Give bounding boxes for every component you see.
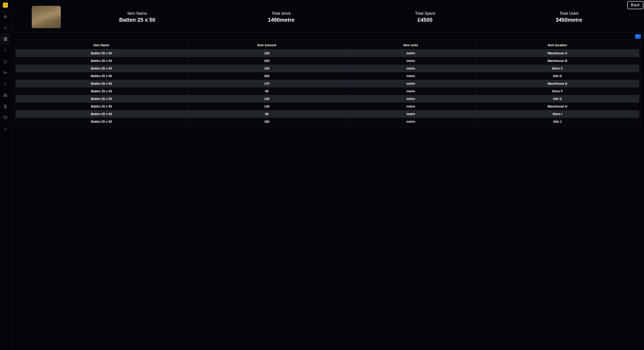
table-cell: Warehouse H [476, 103, 639, 110]
table-cell: Site J [476, 118, 639, 125]
sidebar-item-sitemap[interactable] [0, 22, 11, 34]
table-cell: metre [346, 110, 476, 118]
table-cell: metre [346, 65, 476, 72]
table-header: Item Name Item Amount Item units Item lo… [16, 41, 639, 49]
table-cell: 80 [188, 110, 346, 118]
caret-down-icon [637, 34, 639, 38]
stat-value: 3450metre [497, 17, 641, 23]
table-row[interactable]: Batten 25 x 50150metreStore C [16, 65, 639, 72]
table-cell: Batten 25 x 50 [16, 118, 188, 125]
sidebar-item-home[interactable] [0, 11, 11, 22]
users-icon [3, 59, 8, 65]
sidebar-item-sort[interactable] [0, 79, 11, 90]
truck-icon [3, 70, 8, 76]
stat-item-name: Item Name Batten 25 x 50 [65, 11, 209, 23]
list-icon [3, 37, 8, 42]
table-cell: Site D [476, 72, 639, 80]
table-cell: metre [346, 95, 476, 103]
table-row[interactable]: Batten 25 x 50200metreSite D [16, 72, 639, 80]
sidebar-item-toggle[interactable] [0, 1, 11, 9]
calendar-icon [3, 93, 8, 99]
sort-icon [3, 82, 8, 87]
table-cell: 140 [188, 95, 346, 103]
table-row[interactable]: Batten 25 x 50250metreWarehouse B [16, 57, 639, 65]
sidebar [0, 0, 11, 350]
table-cell: Batten 25 x 50 [16, 95, 188, 103]
stat-value: 1490metre [209, 17, 353, 23]
flow-icon [3, 48, 8, 54]
sidebar-item-list[interactable] [0, 34, 11, 45]
table-cell: Batten 25 x 50 [16, 103, 188, 110]
table-body: Batten 25 x 50120metreWarehouse ABatten … [16, 49, 639, 126]
stat-label: Item Name [65, 11, 209, 16]
table-cell: Store I [476, 110, 639, 118]
table-card: Item Name Item Amount Item units Item lo… [14, 39, 641, 127]
table-cell: Warehouse A [476, 49, 639, 57]
stat-total-stock: Total stock 1490metre [209, 11, 353, 23]
table-cell: metre [346, 103, 476, 110]
stat-total-spent: Total Spent £4500 [353, 11, 497, 23]
table-cell: Batten 25 x 50 [16, 49, 188, 57]
document-icon [3, 104, 8, 110]
sidebar-item-delivery[interactable] [0, 67, 11, 79]
stat-label: Total Spent [353, 11, 497, 16]
table-cell: 90 [188, 87, 346, 95]
sidebar-item-logout[interactable] [0, 124, 11, 135]
table-cell: metre [346, 87, 476, 95]
table-row[interactable]: Batten 25 x 50130metreWarehouse H [16, 103, 639, 110]
table-row[interactable]: Batten 25 x 50160metreSite J [16, 118, 639, 125]
table-cell: metre [346, 80, 476, 87]
main-content: Back Item Name Batten 25 x 50 Total stoc… [11, 0, 644, 350]
back-button[interactable]: Back [627, 1, 643, 9]
table-cell: 170 [188, 80, 346, 87]
table-cell: Store F [476, 87, 639, 95]
table-row[interactable]: Batten 25 x 50120metreWarehouse A [16, 49, 639, 57]
home-icon [3, 14, 8, 20]
table-row[interactable]: Batten 25 x 5080metreStore I [16, 110, 639, 118]
table-cell: 120 [188, 49, 346, 57]
table-cell: 200 [188, 72, 346, 80]
table-row[interactable]: Batten 25 x 5090metreStore F [16, 87, 639, 95]
logout-icon [3, 126, 8, 132]
col-item-amount[interactable]: Item Amount [188, 41, 346, 49]
table-cell: 150 [188, 65, 346, 72]
item-thumbnail [32, 6, 61, 28]
stat-label: Total stock [209, 11, 353, 16]
sidebar-item-account[interactable] [0, 112, 11, 124]
table-actions [14, 34, 641, 39]
table-row[interactable]: Batten 25 x 50140metreSite G [16, 95, 639, 103]
inventory-table: Item Name Item Amount Item units Item lo… [16, 41, 639, 125]
table-cell: Batten 25 x 50 [16, 57, 188, 65]
table-cell: Batten 25 x 50 [16, 72, 188, 80]
table-cell: 160 [188, 118, 346, 125]
sidebar-item-calendar[interactable] [0, 90, 11, 101]
table-cell: Site G [476, 95, 639, 103]
sidebar-item-document[interactable] [0, 101, 11, 112]
table-cell: metre [346, 118, 476, 125]
table-cell: Store C [476, 65, 639, 72]
sidebar-item-flow[interactable] [0, 45, 11, 56]
stat-total-used: Total Used 3450metre [497, 11, 641, 23]
table-dropdown-button[interactable] [635, 34, 641, 39]
col-item-name[interactable]: Item Name [16, 41, 188, 49]
col-item-units[interactable]: Item units [346, 41, 476, 49]
stat-label: Total Used [497, 11, 641, 16]
table-cell: Batten 25 x 50 [16, 65, 188, 72]
table-cell: metre [346, 49, 476, 57]
chevron-right-icon [3, 3, 8, 7]
stat-value: Batten 25 x 50 [65, 17, 209, 23]
table-cell: Warehouse E [476, 80, 639, 87]
table-row[interactable]: Batten 25 x 50170metreWarehouse E [16, 80, 639, 87]
table-cell: 130 [188, 103, 346, 110]
summary-row: Item Name Batten 25 x 50 Total stock 149… [14, 6, 641, 32]
table-cell: Batten 25 x 50 [16, 110, 188, 118]
table-cell: Batten 25 x 50 [16, 87, 188, 95]
col-item-location[interactable]: Item location [476, 41, 639, 49]
table-cell: Batten 25 x 50 [16, 80, 188, 87]
table-cell: 250 [188, 57, 346, 65]
sidebar-item-users[interactable] [0, 56, 11, 67]
stat-value: £4500 [353, 17, 497, 23]
user-circle-icon [3, 115, 8, 121]
table-cell: Warehouse B [476, 57, 639, 65]
table-cell: metre [346, 72, 476, 80]
